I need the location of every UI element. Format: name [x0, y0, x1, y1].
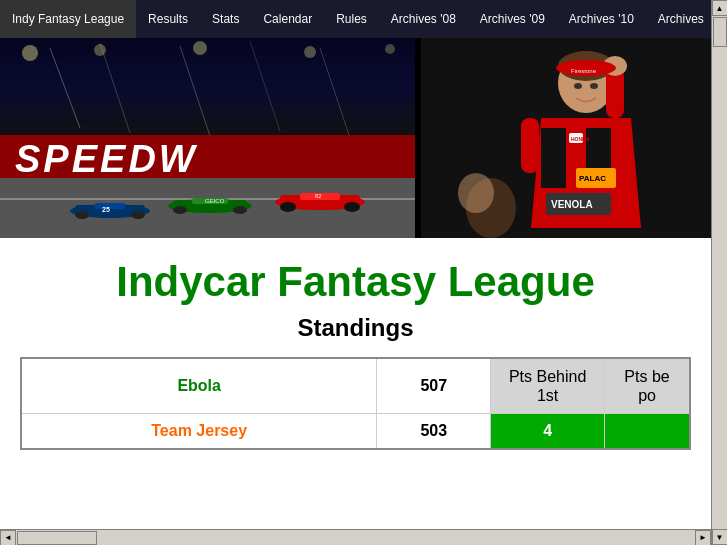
svg-line-0 — [50, 48, 80, 128]
score-jersey: 503 — [377, 414, 491, 450]
standings-title: Standings — [20, 314, 691, 342]
svg-text:GEICO: GEICO — [205, 198, 225, 204]
svg-text:Firestone: Firestone — [571, 68, 597, 74]
race-cars-svg: 25 GEICO 82 — [30, 178, 390, 233]
svg-rect-14 — [95, 203, 125, 209]
speedway-text: SPEEDW — [15, 138, 198, 181]
pts-behind-header: Pts Behind 1st — [491, 358, 605, 414]
pts-behind-value: 4 — [491, 414, 605, 450]
svg-point-31 — [574, 83, 582, 89]
nav-archives-09[interactable]: Archives '09 — [468, 0, 557, 38]
svg-point-7 — [193, 41, 207, 55]
scroll-right-button[interactable]: ► — [695, 530, 711, 546]
table-row: Ebola 507 Pts Behind 1st Pts be po — [21, 358, 690, 414]
svg-point-32 — [590, 83, 598, 89]
vertical-scrollbar[interactable]: ▲ ▼ — [711, 0, 727, 545]
nav-calendar[interactable]: Calendar — [251, 0, 324, 38]
scroll-up-button[interactable]: ▲ — [712, 0, 728, 16]
svg-text:PALAC: PALAC — [579, 174, 606, 183]
hero-image-left: SPEEDW 25 — [0, 38, 415, 238]
nav-rules[interactable]: Rules — [324, 0, 379, 38]
standings-container: Ebola 507 Pts Behind 1st Pts be po Team … — [20, 357, 691, 450]
main-content: Indy Fantasy League Results Stats Calend… — [0, 0, 711, 529]
hero-image-right: HONDA PALAC VENOLA Firestone — [415, 38, 711, 238]
svg-point-18 — [173, 206, 187, 214]
svg-rect-35 — [541, 128, 566, 188]
night-sky-bg — [0, 38, 415, 138]
standings-table: Ebola 507 Pts Behind 1st Pts be po Team … — [20, 357, 691, 450]
nav-results[interactable]: Results — [136, 0, 200, 38]
svg-point-5 — [22, 45, 38, 61]
svg-point-25 — [344, 202, 360, 212]
svg-point-13 — [131, 211, 145, 219]
nav-home[interactable]: Indy Fantasy League — [0, 0, 136, 38]
svg-text:25: 25 — [102, 206, 110, 213]
svg-point-47 — [458, 173, 494, 213]
page-content: Indycar Fantasy League Standings Ebola 5… — [0, 238, 711, 470]
score-ebola: 507 — [377, 358, 491, 414]
nav-stats[interactable]: Stats — [200, 0, 251, 38]
scroll-thumb-v[interactable] — [713, 17, 727, 47]
page-title: Indycar Fantasy League — [20, 258, 691, 306]
table-row: Team Jersey 503 4 — [21, 414, 690, 450]
navbar: Indy Fantasy League Results Stats Calend… — [0, 0, 711, 38]
svg-point-9 — [385, 44, 395, 54]
scroll-track-v[interactable] — [712, 16, 727, 529]
svg-text:VENOLA: VENOLA — [551, 199, 593, 210]
svg-point-8 — [304, 46, 316, 58]
horizontal-scrollbar[interactable]: ◄ ► — [0, 529, 711, 545]
scroll-down-button[interactable]: ▼ — [712, 529, 728, 545]
scroll-track-h[interactable] — [16, 530, 695, 545]
svg-line-3 — [250, 41, 280, 131]
svg-point-12 — [75, 211, 89, 219]
svg-point-19 — [233, 206, 247, 214]
pts-po-header: Pts be po — [605, 358, 690, 414]
hero-section: SPEEDW 25 — [0, 38, 711, 238]
nav-archives-10[interactable]: Archives '10 — [557, 0, 646, 38]
svg-line-4 — [320, 48, 350, 138]
svg-point-24 — [280, 202, 296, 212]
nav-archives[interactable]: Archives — [646, 0, 711, 38]
nav-archives-08[interactable]: Archives '08 — [379, 0, 468, 38]
svg-text:82: 82 — [315, 193, 322, 199]
scroll-thumb-h[interactable] — [17, 531, 97, 545]
svg-line-1 — [100, 43, 130, 133]
pts-po-value — [605, 414, 690, 450]
team-name-ebola: Ebola — [21, 358, 377, 414]
team-name-jersey: Team Jersey — [21, 414, 377, 450]
scroll-left-button[interactable]: ◄ — [0, 530, 16, 546]
svg-text:HONDA: HONDA — [571, 136, 590, 142]
svg-point-6 — [94, 44, 106, 56]
svg-line-2 — [180, 46, 210, 136]
svg-rect-39 — [521, 118, 539, 173]
driver-svg: HONDA PALAC VENOLA Firestone — [421, 38, 711, 238]
